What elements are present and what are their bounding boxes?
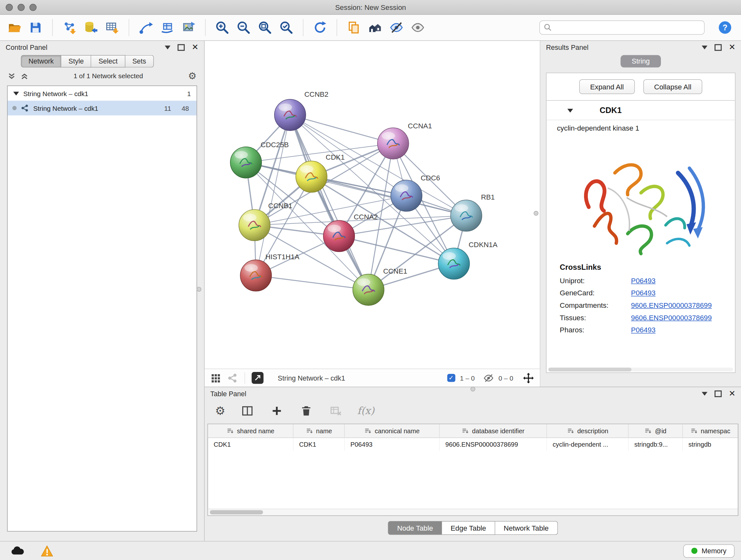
network-edge[interactable] bbox=[339, 236, 454, 263]
detach-view-icon[interactable] bbox=[252, 372, 264, 384]
show-columns-icon[interactable] bbox=[240, 403, 255, 419]
collection-expand-icon[interactable] bbox=[13, 91, 19, 95]
network-node-CCNE1[interactable] bbox=[353, 274, 384, 305]
network-node-CCNA2[interactable] bbox=[323, 220, 354, 252]
float-panel-icon[interactable] bbox=[715, 390, 722, 397]
horizontal-scrollbar[interactable] bbox=[548, 368, 733, 372]
current-network-label: String Network – cdk1 bbox=[278, 374, 345, 382]
network-node-CDC6[interactable] bbox=[391, 180, 422, 211]
tab-network[interactable]: Network bbox=[21, 55, 61, 68]
column-header[interactable]: shared name bbox=[208, 424, 293, 438]
import-network-database-icon[interactable] bbox=[83, 20, 98, 35]
copy-icon[interactable] bbox=[346, 20, 361, 35]
eye-icon[interactable] bbox=[410, 20, 425, 35]
cloud-status-icon[interactable] bbox=[10, 546, 25, 556]
tab-node-table[interactable]: Node Table bbox=[388, 521, 442, 535]
network-edge[interactable] bbox=[290, 115, 368, 290]
float-panel-icon[interactable] bbox=[178, 44, 185, 51]
search-input[interactable] bbox=[555, 23, 700, 32]
tab-network-table[interactable]: Network Table bbox=[495, 521, 557, 535]
zoom-out-icon[interactable] bbox=[236, 20, 251, 35]
function-builder-icon[interactable]: f(x) bbox=[357, 405, 375, 417]
network-edge[interactable] bbox=[256, 115, 290, 275]
crosslink-link[interactable]: P06493 bbox=[631, 276, 656, 285]
scrollbar-thumb[interactable] bbox=[210, 510, 263, 514]
crosslink-link[interactable]: P06493 bbox=[631, 289, 656, 297]
control-panel-title: Control Panel bbox=[6, 44, 48, 51]
float-panel-icon[interactable] bbox=[715, 44, 722, 51]
crosslink-link[interactable]: P06493 bbox=[631, 326, 656, 334]
home-network-icon[interactable] bbox=[367, 20, 383, 35]
close-panel-icon[interactable]: ✕ bbox=[729, 43, 735, 51]
splitter-handle[interactable] bbox=[197, 287, 201, 292]
minimize-panel-icon[interactable] bbox=[165, 45, 171, 49]
network-row[interactable]: String Network – cdk1 11 48 bbox=[8, 101, 197, 115]
new-table-icon[interactable] bbox=[159, 20, 175, 35]
node-label-CCNA1: CCNA1 bbox=[408, 122, 432, 130]
selected-nodes-checkbox[interactable]: ✓ bbox=[447, 374, 455, 382]
tab-string[interactable]: String bbox=[620, 55, 661, 68]
column-header[interactable]: description bbox=[547, 424, 629, 438]
refresh-layout-icon[interactable] bbox=[313, 20, 328, 35]
delete-column-icon[interactable] bbox=[298, 403, 314, 419]
node-label-CDK1: CDK1 bbox=[326, 153, 345, 161]
crosslink-link[interactable]: 9606.ENSP00000378699 bbox=[631, 314, 712, 321]
network-node-CCNB1[interactable] bbox=[239, 209, 270, 241]
tab-select[interactable]: Select bbox=[91, 55, 125, 68]
network-node-CDK1[interactable] bbox=[296, 161, 327, 192]
zoom-in-icon[interactable] bbox=[214, 20, 230, 35]
column-header[interactable]: database identifier bbox=[440, 424, 547, 438]
network-edge[interactable] bbox=[256, 275, 368, 290]
horizontal-scrollbar[interactable] bbox=[208, 509, 738, 515]
expand-all-networks-icon[interactable] bbox=[20, 72, 28, 80]
network-node-HIST1H1A[interactable] bbox=[240, 260, 272, 291]
warning-icon[interactable] bbox=[41, 545, 53, 557]
column-header[interactable]: @id bbox=[629, 424, 683, 438]
zoom-fit-icon[interactable] bbox=[257, 20, 273, 35]
hidden-items-icon[interactable] bbox=[483, 373, 494, 383]
collapse-section-icon[interactable] bbox=[567, 109, 573, 113]
network-canvas[interactable]: CCNB2CCNA1CDC25BCDK1CDC6RB1CCNB1CCNA2CDK… bbox=[205, 41, 541, 369]
move-network-icon[interactable] bbox=[523, 372, 534, 384]
help-icon[interactable]: ? bbox=[718, 20, 733, 35]
gear-icon[interactable]: ⚙ bbox=[188, 71, 197, 81]
show-hide-icon[interactable] bbox=[389, 20, 404, 35]
new-network-icon[interactable] bbox=[138, 20, 153, 35]
crosslink-link[interactable]: 9606.ENSP00000378699 bbox=[631, 301, 712, 309]
tab-style[interactable]: Style bbox=[61, 55, 91, 68]
add-column-icon[interactable] bbox=[269, 403, 284, 419]
open-session-icon[interactable] bbox=[7, 20, 22, 35]
close-panel-icon[interactable]: ✕ bbox=[192, 43, 199, 51]
collapse-all-networks-icon[interactable] bbox=[8, 72, 16, 80]
minimize-panel-icon[interactable] bbox=[702, 392, 708, 395]
column-header[interactable]: name bbox=[293, 424, 345, 438]
network-view[interactable]: CCNB2CCNA1CDC25BCDK1CDC6RB1CCNB1CCNA2CDK… bbox=[205, 41, 540, 387]
memory-button[interactable]: Memory bbox=[683, 544, 734, 557]
splitter-handle[interactable] bbox=[534, 211, 538, 216]
network-collection-row[interactable]: String Network – cdk1 1 bbox=[8, 86, 197, 101]
import-network-file-icon[interactable] bbox=[62, 20, 77, 35]
column-header[interactable]: namespac bbox=[683, 424, 738, 438]
minimize-panel-icon[interactable] bbox=[702, 45, 708, 49]
grid-view-icon[interactable] bbox=[210, 373, 221, 383]
zoom-selected-icon[interactable] bbox=[279, 20, 294, 35]
network-node-CDC25B[interactable] bbox=[230, 147, 262, 178]
network-node-RB1[interactable] bbox=[451, 200, 482, 231]
collapse-all-button[interactable]: Collapse All bbox=[643, 79, 702, 94]
tab-edge-table[interactable]: Edge Table bbox=[442, 521, 495, 535]
import-table-icon[interactable] bbox=[105, 20, 120, 35]
tab-sets[interactable]: Sets bbox=[125, 55, 153, 68]
save-session-icon[interactable] bbox=[28, 20, 44, 35]
network-node-CCNB2[interactable] bbox=[274, 99, 306, 131]
table-row[interactable]: CDK1 CDK1 P06493 9606.ENSP00000378699 cy… bbox=[208, 438, 738, 451]
network-node-CDKN1A[interactable] bbox=[438, 248, 469, 279]
splitter-handle[interactable] bbox=[470, 387, 475, 391]
export-image-icon[interactable] bbox=[181, 20, 196, 35]
network-overview-icon[interactable] bbox=[227, 373, 238, 383]
close-panel-icon[interactable]: ✕ bbox=[729, 389, 735, 397]
table-settings-icon[interactable]: ⚙ bbox=[215, 405, 225, 417]
expand-all-button[interactable]: Expand All bbox=[579, 79, 635, 94]
gene-section-header[interactable]: CDK1 bbox=[546, 101, 735, 120]
network-node-CCNA1[interactable] bbox=[378, 128, 409, 159]
column-header[interactable]: canonical name bbox=[345, 424, 440, 438]
